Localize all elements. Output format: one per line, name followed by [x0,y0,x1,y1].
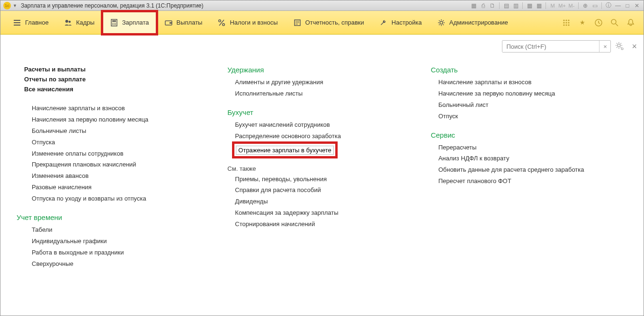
svg-point-27 [611,19,616,24]
svg-point-25 [568,24,569,26]
group-sozdat[interactable]: Создать [431,66,625,74]
group-sm-takzhe: См. также [227,165,421,172]
nav-nastr[interactable]: Настройка [372,11,429,34]
link-spravki[interactable]: Справки для расчета пособий [235,186,421,194]
maximize-icon[interactable]: □ [624,2,631,9]
link-c-boln[interactable]: Больничный лист [438,101,625,109]
m-plus-icon[interactable]: M+ [558,2,566,9]
calendar-icon[interactable]: ▦ [470,2,477,9]
svg-point-16 [440,21,443,24]
svg-point-5 [114,23,115,24]
nav-kadry[interactable]: Кадры [56,11,102,34]
link-pereraschety[interactable]: Перерасчеты [438,144,625,152]
group-uderzh[interactable]: Удержания [227,66,421,74]
link-otrazh-zp[interactable]: Отражение зарплаты в бухучете [236,146,333,155]
link-raspr[interactable]: Распределение основного заработка [235,132,421,140]
search-icon[interactable] [609,18,620,28]
star-icon[interactable]: ★ [577,18,588,28]
link-razov[interactable]: Разовые начисления [32,184,218,192]
m-minus-icon[interactable]: M- [568,2,575,9]
m-zoom-icon[interactable]: M [549,2,556,9]
window-icon[interactable]: ▭ [591,2,599,9]
link-c-nach-perv[interactable]: Начисление за первую половину месяца [438,90,625,98]
page-settings-icon[interactable] [615,41,625,52]
people-icon [64,18,72,27]
nav-nalogi-label: Налоги и взносы [230,19,277,26]
link-obnovit[interactable]: Обновить данные для расчета среднего зар… [438,166,625,174]
group-servis[interactable]: Сервис [431,131,625,139]
doc2-icon[interactable]: ▥ [512,2,519,9]
highlight-box-item: Отражение зарплаты в бухучете [232,141,337,158]
link-otp-uhod[interactable]: Отпуска по уходу и возвраты из отпуска [32,195,218,203]
link-c-otpusk[interactable]: Отпуск [438,113,625,121]
search-clear-button[interactable]: × [599,41,610,52]
link-nach-perv[interactable]: Начисления за первую половину месяца [32,116,218,124]
search-input[interactable] [502,41,599,52]
nav-otchet[interactable]: Отчетность, справки [286,11,372,34]
link-pereschet-fot[interactable]: Пересчет планового ФОТ [438,177,625,185]
svg-line-14 [219,20,224,26]
link-dividendy[interactable]: Дивиденды [235,198,421,206]
history-icon[interactable] [593,18,604,28]
doc1-icon[interactable]: ▤ [502,2,510,9]
nav-main[interactable]: Главное [5,11,56,34]
link-ispoln[interactable]: Исполнительные листы [235,90,421,98]
nav-nalogi[interactable]: Налоги и взносы [210,11,285,34]
page-close-icon[interactable]: × [632,42,637,52]
link-c-nach-zp[interactable]: Начисление зарплаты и взносов [438,79,625,87]
app-menu-dropdown-icon[interactable]: ▼ [13,3,17,8]
percent-icon [217,18,226,27]
titlebar-tools: ▦ ⎙ 🗋 ▤ ▥ ▦ ▦ M M+ M- ⊕ ▭ ⓘ — □ ✕ [470,2,641,9]
svg-point-29 [617,44,620,47]
link-otpuska[interactable]: Отпуска [32,139,218,147]
report-icon [293,18,302,27]
print-icon[interactable]: ⎙ [479,2,487,9]
link-vse-nach[interactable]: Все начисления [24,86,218,93]
nav-vyplaty[interactable]: Выплаты [157,11,210,34]
grid2-icon[interactable]: ▦ [535,2,543,9]
link-storn[interactable]: Сторнирования начислений [235,220,421,228]
menu-icon [13,18,21,27]
svg-point-6 [115,23,116,24]
wrench-icon [379,18,388,27]
help-icon[interactable]: ⓘ [605,2,612,9]
grid1-icon[interactable]: ▦ [526,2,533,9]
svg-point-9 [115,24,116,25]
nav-zarplata[interactable]: Зарплата [102,11,157,34]
link-nach-zp[interactable]: Начисление зарплаты и взносов [32,105,218,113]
nav-admin-label: Администрирование [449,19,508,26]
link-izm-opl[interactable]: Изменение оплаты сотрудников [32,150,218,158]
link-prekr[interactable]: Прекращения плановых начислений [32,161,218,169]
group-buhuchet[interactable]: Бухучет [227,108,421,116]
link-ind-graf[interactable]: Индивидуальные графики [32,237,218,246]
nav-main-label: Главное [25,19,49,26]
bell-icon[interactable] [626,18,636,28]
svg-point-21 [565,22,567,23]
link-priemy[interactable]: Приемы, переводы, увольнения [235,176,421,184]
link-tabeli[interactable]: Табели [32,226,218,234]
app-logo-icon: 1c [3,2,11,9]
close-window-icon[interactable]: ✕ [633,2,641,9]
apps-icon[interactable] [561,18,572,28]
link-buh-nach[interactable]: Бухучет начислений сотрудников [235,121,421,129]
svg-point-4 [112,23,113,24]
link-analiz-ndfl[interactable]: Анализ НДФЛ к возврату [438,155,625,163]
link-alimenty[interactable]: Алименты и другие удержания [235,79,421,87]
link-boln[interactable]: Больничные листы [32,127,218,135]
link-kompens[interactable]: Компенсация за задержку зарплаты [235,209,421,217]
minimize-icon[interactable]: — [614,2,622,9]
zoom-in-icon[interactable]: ⊕ [581,2,589,9]
nav-admin[interactable]: Администрирование [429,11,516,34]
link-sverh[interactable]: Сверхурочные [32,260,218,268]
calculator-icon [110,18,118,27]
link-izm-av[interactable]: Изменения авансов [32,172,218,180]
column-3: Создать Начисление зарплаты и взносов На… [431,63,625,272]
preview-icon[interactable]: 🗋 [489,2,496,9]
group-uchet-vremeni[interactable]: Учет времени [17,213,218,221]
link-raschety[interactable]: Расчеты и выплаты [24,66,218,73]
svg-point-8 [114,24,115,25]
link-otchety[interactable]: Отчеты по зарплате [24,76,218,83]
link-rab-vyh[interactable]: Работа в выходные и праздники [32,249,218,257]
svg-point-24 [565,24,567,26]
window-title: Зарплата и управление персоналом, редакц… [21,2,204,9]
